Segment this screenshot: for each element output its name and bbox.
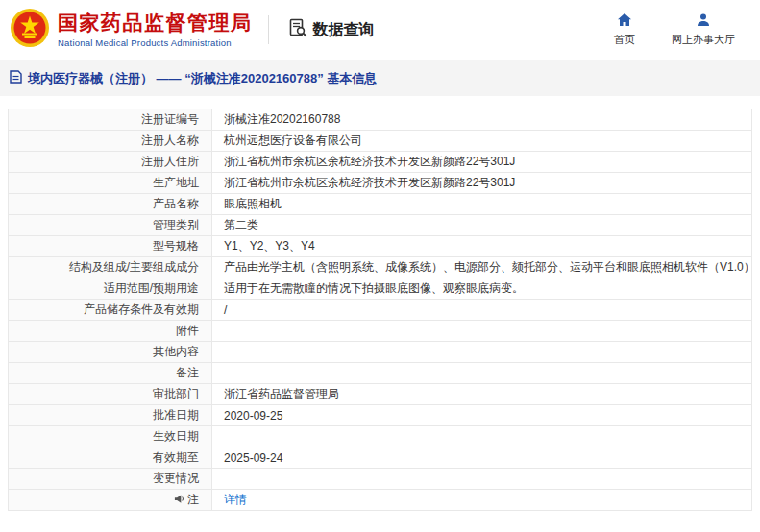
note-label: 注 bbox=[187, 493, 199, 506]
field-value: 杭州远想医疗设备有限公司 bbox=[212, 131, 752, 152]
nav-home-label: 首页 bbox=[614, 33, 635, 47]
agency-brand: 国家药品监督管理局 National Medical Products Admi… bbox=[10, 8, 253, 52]
agency-title-en: National Medical Products Administration bbox=[58, 37, 253, 48]
table-row: 审批部门 浙江省药品监督管理局 bbox=[9, 384, 752, 405]
field-label: 审批部门 bbox=[9, 384, 212, 405]
table-row: 产品名称 眼底照相机 bbox=[9, 194, 752, 215]
table-row: 生效日期 bbox=[9, 426, 752, 447]
national-emblem-icon bbox=[10, 8, 50, 52]
document-search-icon bbox=[288, 18, 307, 41]
nav-item-service-hall[interactable]: 网上办事大厅 bbox=[672, 12, 735, 47]
field-value: Y1、Y2、Y3、Y4 bbox=[212, 236, 752, 257]
data-query-label: 数据查询 bbox=[313, 20, 375, 40]
field-value: 眼底照相机 bbox=[212, 194, 752, 215]
table-row: 产品储存条件及有效期 / bbox=[9, 300, 752, 321]
breadcrumb-text: 境内医疗器械（注册） —— “浙械注准20202160788” 基本信息 bbox=[28, 70, 377, 87]
field-label: 管理类别 bbox=[9, 215, 212, 236]
field-label: 注册人名称 bbox=[9, 131, 212, 152]
table-row: 适用范围/预期用途 适用于在无需散瞳的情况下拍摄眼底图像、观察眼底病变。 bbox=[9, 278, 752, 300]
field-value: 产品由光学主机（含照明系统、成像系统）、电源部分、颏托部分、运动平台和眼底照相机… bbox=[212, 257, 752, 278]
page-header: 国家药品监督管理局 National Medical Products Admi… bbox=[0, 0, 760, 60]
field-label: 注 bbox=[9, 490, 212, 511]
breadcrumb: 境内医疗器械（注册） —— “浙械注准20202160788” 基本信息 bbox=[0, 60, 760, 96]
page-doc-icon bbox=[10, 70, 22, 86]
person-icon bbox=[696, 12, 711, 33]
table-row-note: 注 详情 bbox=[9, 490, 752, 511]
field-label: 结构及组成/主要组成成分 bbox=[9, 257, 212, 278]
field-label: 变更情况 bbox=[9, 469, 212, 490]
table-row: 注册证编号 浙械注准20202160788 bbox=[9, 109, 752, 131]
field-value bbox=[212, 321, 752, 342]
registration-detail: 注册证编号 浙械注准20202160788 注册人名称 杭州远想医疗设备有限公司… bbox=[8, 109, 752, 511]
field-value: / bbox=[212, 300, 752, 321]
table-row: 结构及组成/主要组成成分 产品由光学主机（含照明系统、成像系统）、电源部分、颏托… bbox=[9, 257, 752, 278]
nav-item-home[interactable]: 首页 bbox=[614, 12, 635, 47]
table-row: 生产地址 浙江省杭州市余杭区余杭经济技术开发区新颜路22号301J bbox=[9, 173, 752, 194]
field-label: 有效期至 bbox=[9, 447, 212, 469]
field-value: 适用于在无需散瞳的情况下拍摄眼底图像、观察眼底病变。 bbox=[212, 278, 752, 300]
field-value: 2020-09-25 bbox=[212, 405, 752, 426]
field-label: 适用范围/预期用途 bbox=[9, 278, 212, 300]
table-row: 注册人住所 浙江省杭州市余杭区余杭经济技术开发区新颜路22号301J bbox=[9, 152, 752, 173]
table-row: 其他内容 bbox=[9, 342, 752, 363]
field-value bbox=[212, 426, 752, 447]
field-label: 生效日期 bbox=[9, 426, 212, 447]
header-divider bbox=[268, 15, 269, 44]
table-row: 变更情况 bbox=[9, 469, 752, 490]
field-label: 产品名称 bbox=[9, 194, 212, 215]
table-row: 注册人名称 杭州远想医疗设备有限公司 bbox=[9, 131, 752, 152]
field-value: 浙械注准20202160788 bbox=[212, 109, 752, 131]
table-row: 附件 bbox=[9, 321, 752, 342]
field-label: 型号规格 bbox=[9, 236, 212, 257]
field-value bbox=[212, 342, 752, 363]
details-link[interactable]: 详情 bbox=[224, 493, 247, 506]
field-value: 2025-09-24 bbox=[212, 447, 752, 469]
field-value: 详情 bbox=[212, 490, 752, 511]
table-row: 批准日期 2020-09-25 bbox=[9, 405, 752, 426]
field-label: 其他内容 bbox=[9, 342, 212, 363]
field-value: 浙江省药品监督管理局 bbox=[212, 384, 752, 405]
data-query-nav[interactable]: 数据查询 bbox=[288, 18, 375, 41]
table-row: 管理类别 第二类 bbox=[9, 215, 752, 236]
field-value: 浙江省杭州市余杭区余杭经济技术开发区新颜路22号301J bbox=[212, 173, 752, 194]
table-row: 备注 bbox=[9, 363, 752, 384]
table-row: 有效期至 2025-09-24 bbox=[9, 447, 752, 469]
field-label: 附件 bbox=[9, 321, 212, 342]
nav-service-hall-label: 网上办事大厅 bbox=[672, 33, 735, 47]
field-label: 注册人住所 bbox=[9, 152, 212, 173]
home-icon bbox=[617, 12, 632, 33]
field-label: 备注 bbox=[9, 363, 212, 384]
top-nav: 首页 网上办事大厅 bbox=[614, 12, 735, 47]
field-value bbox=[212, 363, 752, 384]
field-value: 浙江省杭州市余杭区余杭经济技术开发区新颜路22号301J bbox=[212, 152, 752, 173]
registration-detail-table: 注册证编号 浙械注准20202160788 注册人名称 杭州远想医疗设备有限公司… bbox=[8, 109, 752, 511]
field-label: 产品储存条件及有效期 bbox=[9, 300, 212, 321]
field-value bbox=[212, 469, 752, 490]
table-row: 型号规格 Y1、Y2、Y3、Y4 bbox=[9, 236, 752, 257]
field-label: 注册证编号 bbox=[9, 109, 212, 131]
megaphone-icon bbox=[174, 494, 184, 507]
field-label: 生产地址 bbox=[9, 173, 212, 194]
agency-title-cn: 国家药品监督管理局 bbox=[58, 12, 253, 35]
field-value: 第二类 bbox=[212, 215, 752, 236]
field-label: 批准日期 bbox=[9, 405, 212, 426]
